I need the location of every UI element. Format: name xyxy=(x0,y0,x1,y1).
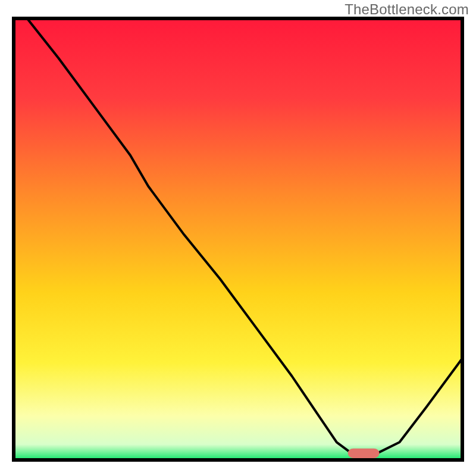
chart-frame: TheBottleneck.com xyxy=(0,0,476,476)
watermark-label: TheBottleneck.com xyxy=(345,1,469,18)
optimum-marker xyxy=(348,449,380,458)
chart-svg xyxy=(12,17,464,462)
heatmap-background xyxy=(14,18,462,460)
plot-area xyxy=(12,17,464,462)
